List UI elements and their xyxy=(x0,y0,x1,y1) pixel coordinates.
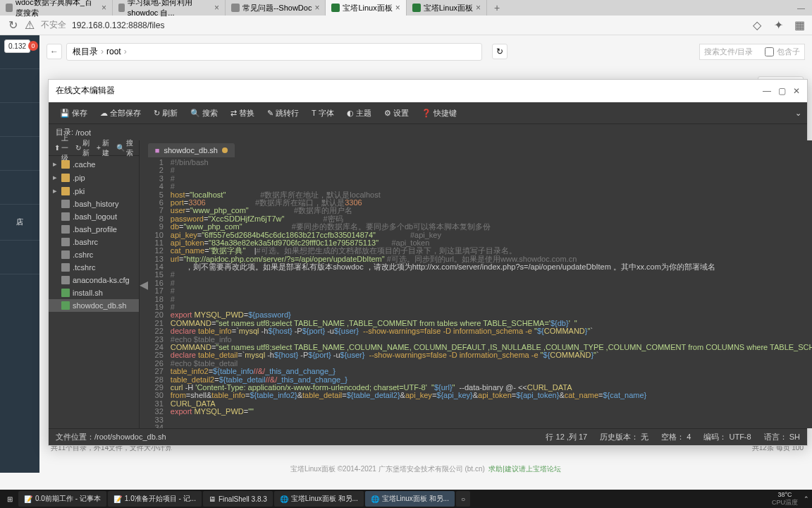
file-tree: ▸.cache▸.pip▸.pki.bash_history.bash_logo… xyxy=(49,156,139,313)
shortcuts-button[interactable]: ❓ 快捷键 xyxy=(416,105,462,121)
include-subdirs-checkbox[interactable] xyxy=(765,47,774,56)
nav-item[interactable] xyxy=(0,137,39,171)
file-panel-toolbar: ⬆ 上一级 ↻ 刷新 + 新建 🔍 搜索 xyxy=(49,140,139,156)
close-icon[interactable]: × xyxy=(314,3,319,13)
file-path-label: 文件位置：/root/showdoc_db.sh xyxy=(56,432,166,442)
settings-button[interactable]: ⚙ 设置 xyxy=(379,105,414,121)
extension-icon[interactable]: ✦ xyxy=(773,20,784,31)
new-tab-button[interactable]: + xyxy=(487,2,507,13)
tree-item[interactable]: showdoc_db.sh xyxy=(49,299,139,312)
file-tree-panel: ⬆ 上一级 ↻ 刷新 + 新建 🔍 搜索 ▸.cache▸.pip▸.pki.b… xyxy=(49,140,140,428)
taskbar-item[interactable]: ○ xyxy=(456,491,470,507)
tree-item[interactable]: ▸.pip xyxy=(49,171,139,184)
minimize-icon[interactable]: — xyxy=(763,86,771,96)
line-numbers: 1234567891011121314151617181920212223242… xyxy=(148,157,168,428)
close-icon[interactable]: × xyxy=(476,3,481,13)
search-button[interactable]: 🔍 搜索 xyxy=(185,105,223,121)
favicon-icon xyxy=(6,4,13,12)
favicon-icon xyxy=(331,4,340,12)
goto-button[interactable]: ✎ 跳转行 xyxy=(262,105,304,121)
code-content[interactable]: #!/bin/bash###host="localhost" #数据库所在地址，… xyxy=(168,157,812,428)
editor-toolbar: 💾 保存 ☁ 全部保存 ↻ 刷新 🔍 搜索 ⇄ 替换 ✎ 跳转行 T 字体 ◐ … xyxy=(49,102,807,123)
tree-item[interactable]: .bashrc xyxy=(49,236,139,248)
replace-button[interactable]: ⇄ 替换 xyxy=(225,105,260,121)
close-icon[interactable]: × xyxy=(214,3,219,13)
taskbar-item[interactable]: 🖥 FinalShell 3.8.3 xyxy=(203,491,273,507)
checkbox-label: 包含子 xyxy=(777,47,800,57)
search-input[interactable]: 搜索文件/目录 包含子 xyxy=(699,44,805,60)
file-tab[interactable]: ■ showdoc_db.sh xyxy=(148,143,235,157)
minimize-icon[interactable]: — xyxy=(790,4,812,12)
history-label[interactable]: 历史版本： 无 xyxy=(600,432,648,442)
url-text[interactable]: 192.168.0.132:8888/files xyxy=(72,20,746,30)
back-button[interactable]: ← xyxy=(47,44,62,59)
favicon-icon xyxy=(412,4,421,12)
reload-icon[interactable]: ↻ xyxy=(7,20,18,31)
save-all-button[interactable]: ☁ 全部保存 xyxy=(94,105,147,121)
ip-badge: 0.132 xyxy=(4,40,30,53)
security-label: 不安全 xyxy=(41,19,66,31)
tree-item[interactable]: install.sh xyxy=(49,286,139,299)
nav-item[interactable] xyxy=(0,171,39,205)
browser-tab[interactable]: 宝塔Linux面板× xyxy=(326,0,406,16)
tree-item[interactable]: .bash_logout xyxy=(49,210,139,223)
nav-item[interactable]: 店 xyxy=(0,205,39,241)
refresh-button[interactable]: ↻ xyxy=(492,44,508,59)
tree-item[interactable]: .bash_profile xyxy=(49,223,139,236)
search-button[interactable]: 🔍 搜索 xyxy=(113,137,136,159)
start-button[interactable]: ⊞ xyxy=(3,491,17,507)
favicon-icon xyxy=(231,4,240,12)
code-editor[interactable]: ■ showdoc_db.sh 123456789101112131415161… xyxy=(148,140,812,428)
browser-tab[interactable]: 宝塔Linux面板× xyxy=(407,0,487,16)
browser-tab[interactable]: wdoc数据字典脚本_百度搜索× xyxy=(0,0,113,16)
nav-item[interactable] xyxy=(0,69,39,103)
page-footer: 宝塔Linux面板 ©2014-2021 广东堡塔安全技术有限公司 (bt.cn… xyxy=(39,461,812,477)
warning-icon: ⚠ xyxy=(24,20,35,31)
chevron-up-icon[interactable]: ⌃ xyxy=(804,495,809,502)
bookmark-icon[interactable]: ◇ xyxy=(751,20,763,31)
dir-row: 目录: /root xyxy=(49,123,807,140)
notification-badge[interactable]: 0 xyxy=(28,41,38,51)
tree-item[interactable]: .tcshrc xyxy=(49,261,139,274)
nav-item[interactable] xyxy=(0,103,39,137)
language-label[interactable]: 语言： SH xyxy=(764,432,800,442)
tree-item[interactable]: anaconda-ks.cfg xyxy=(49,274,139,286)
new-file-button[interactable]: + 新建 xyxy=(94,137,112,159)
nav-item[interactable] xyxy=(0,241,39,274)
browser-tab[interactable]: 学习猿地-如何利用 showdoc 自...× xyxy=(113,0,226,16)
taskbar-item[interactable]: 🌐 宝塔Linux面板 和另... xyxy=(365,491,455,507)
menu-icon[interactable]: ▦ xyxy=(794,20,805,31)
font-button[interactable]: T 字体 xyxy=(306,105,340,121)
taskbar-item[interactable]: 📝 0.0前期工作 - 记事本 xyxy=(18,491,106,507)
theme-button[interactable]: ◐ 主题 xyxy=(341,105,377,121)
cursor-position: 行 12 ,列 17 xyxy=(546,432,587,442)
editor-title-text: 在线文本编辑器 xyxy=(56,85,115,97)
tree-item[interactable]: .bash_history xyxy=(49,198,139,210)
chevron-down-icon[interactable]: ⌄ xyxy=(795,109,801,118)
panel-collapse-icon[interactable]: ◀ xyxy=(140,140,148,428)
left-nav-stub: 店 xyxy=(0,35,39,473)
system-tray[interactable]: 38°C CPU温度 ⌃ xyxy=(772,491,809,507)
taskbar-item[interactable]: 📝 1.0准备开始项目 - 记... xyxy=(108,491,202,507)
save-button[interactable]: 💾 保存 xyxy=(54,105,93,121)
editor-titlebar: 在线文本编辑器 — ▢ ✕ xyxy=(49,80,807,102)
tree-item[interactable]: .cshrc xyxy=(49,248,139,261)
forum-link[interactable]: 求助|建议请上宝塔论坛 xyxy=(488,465,561,473)
close-icon[interactable]: × xyxy=(395,3,400,13)
close-icon[interactable]: × xyxy=(102,3,106,13)
browser-tab[interactable]: 常见问题--ShowDoc× xyxy=(226,0,326,16)
windows-taskbar: ⊞ 📝 0.0前期工作 - 记事本 📝 1.0准备开始项目 - 记... 🖥 F… xyxy=(0,490,812,508)
editor-status-bar: 文件位置：/root/showdoc_db.sh 行 12 ,列 17 历史版本… xyxy=(49,428,807,445)
taskbar-item[interactable]: 🌐 宝塔Linux面板 和另... xyxy=(274,491,364,507)
breadcrumb: ← 根目录› root› ↻ 搜索文件/目录 包含子 xyxy=(47,41,805,62)
indent-label[interactable]: 空格： 4 xyxy=(661,432,691,442)
path-segments[interactable]: 根目录› root› xyxy=(66,43,482,61)
tree-item[interactable]: ▸.pki xyxy=(49,184,139,198)
refresh-button[interactable]: ↻ 刷新 xyxy=(73,137,92,159)
refresh-button[interactable]: ↻ 刷新 xyxy=(148,105,183,121)
address-bar: ↻ ⚠ 不安全 192.168.0.132:8888/files ◇ ✦ ▦ xyxy=(0,16,812,35)
close-icon[interactable]: ✕ xyxy=(793,86,800,96)
maximize-icon[interactable]: ▢ xyxy=(778,86,786,96)
unsaved-dot-icon xyxy=(222,147,228,153)
encoding-label[interactable]: 编码： UTF-8 xyxy=(703,432,751,442)
